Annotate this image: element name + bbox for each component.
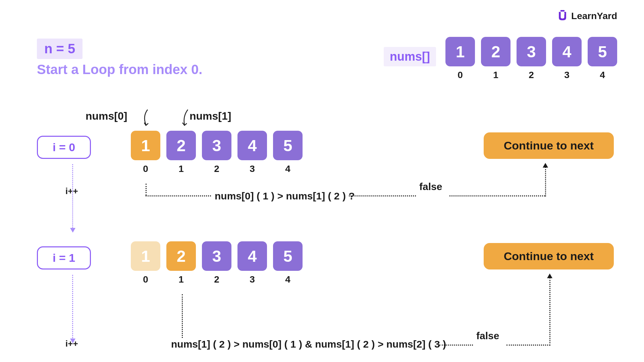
cell-value: 5	[588, 37, 617, 66]
cell-index: 3	[250, 274, 255, 285]
cell-value: 5	[273, 241, 303, 271]
increment-label: i++	[65, 186, 78, 196]
condition-text: nums[0] ( 1 ) > nums[1] ( 2 ) ?	[215, 190, 355, 202]
arrow-down-icon	[141, 108, 158, 128]
array-cell: 2 1	[166, 241, 196, 285]
array-cell: 1 0	[445, 37, 475, 80]
array-cell: 2 1	[481, 37, 511, 80]
condition-text: nums[1] ( 2 ) > nums[0] ( 1 ) & nums[1] …	[171, 339, 446, 350]
cell-index: 1	[178, 274, 184, 285]
cell-value: 2	[481, 37, 511, 66]
cell-index: 4	[600, 70, 605, 80]
dotted-line	[506, 345, 550, 346]
brand-name: LearnYard	[571, 11, 617, 21]
cell-index: 2	[529, 70, 534, 80]
array-cell: 5 4	[588, 37, 617, 80]
arrow-down-icon	[178, 108, 195, 128]
cell-value: 2	[166, 241, 196, 271]
cell-value: 3	[202, 131, 231, 160]
dotted-line	[146, 184, 147, 195]
cell-index: 2	[214, 164, 219, 174]
array-cell: 4 3	[237, 241, 267, 285]
cell-value: 4	[237, 131, 267, 160]
continue-button: Continue to next	[484, 243, 614, 269]
iteration-array: 1 0 2 1 3 2 4 3 5 4	[131, 131, 303, 174]
arrow-head-up-icon	[543, 163, 548, 168]
cell-index: 4	[285, 164, 290, 174]
array-cell: 1 0	[131, 241, 160, 285]
subtitle: Start a Loop from index 0.	[37, 62, 202, 77]
cell-index: 0	[458, 70, 463, 80]
result-label: false	[419, 181, 442, 192]
pointer-label-0: nums[0]	[86, 110, 127, 122]
dotted-line	[439, 345, 473, 346]
dotted-line	[549, 278, 550, 346]
cell-index: 0	[143, 164, 148, 174]
cell-index: 2	[214, 274, 219, 285]
array-cell: 3 2	[202, 131, 231, 174]
cell-index: 4	[285, 274, 290, 285]
n-badge: n = 5	[37, 39, 83, 59]
cell-value: 1	[131, 241, 160, 271]
cell-index: 1	[493, 70, 498, 80]
cell-index: 3	[250, 164, 255, 174]
arrow-head-up-icon	[547, 274, 552, 278]
cell-value: 4	[552, 37, 582, 66]
logo-icon	[556, 10, 569, 22]
cell-value: 3	[517, 37, 546, 66]
cell-value: 1	[445, 37, 475, 66]
cell-index: 1	[178, 164, 184, 174]
brand-logo: LearnYard	[556, 10, 617, 22]
dotted-line	[146, 195, 211, 196]
array-cell: 3 2	[202, 241, 231, 285]
result-label: false	[476, 330, 499, 342]
svg-rect-0	[560, 10, 565, 12]
array-cell: 4 3	[552, 37, 582, 80]
i-badge: i = 1	[37, 246, 91, 269]
cell-value: 1	[131, 131, 160, 160]
cell-value: 3	[202, 241, 231, 271]
array-cell: 5 4	[273, 241, 303, 285]
arrow-head-down-icon	[70, 339, 75, 343]
dotted-line	[182, 294, 183, 338]
dotted-line	[72, 164, 73, 230]
dotted-line	[545, 167, 546, 196]
iteration-array: 1 0 2 1 3 2 4 3 5 4	[131, 241, 303, 285]
cell-value: 4	[237, 241, 267, 271]
array-cell: 3 2	[517, 37, 546, 80]
cell-index: 3	[564, 70, 570, 80]
pointer-label-1: nums[1]	[190, 110, 231, 122]
array-cell: 1 0	[131, 131, 160, 174]
cell-index: 0	[143, 274, 148, 285]
cell-value: 2	[166, 131, 196, 160]
arrow-head-down-icon	[70, 228, 75, 233]
array-cell: 5 4	[273, 131, 303, 174]
array-cell: 2 1	[166, 131, 196, 174]
dotted-line	[349, 195, 416, 196]
i-badge: i = 0	[37, 136, 91, 159]
array-cell: 4 3	[237, 131, 267, 174]
continue-button: Continue to next	[484, 132, 614, 159]
dotted-line	[72, 275, 73, 340]
dotted-line	[449, 195, 545, 196]
cell-value: 5	[273, 131, 303, 160]
nums-label: nums[]	[384, 47, 436, 66]
top-array: 1 0 2 1 3 2 4 3 5 4	[445, 37, 617, 80]
